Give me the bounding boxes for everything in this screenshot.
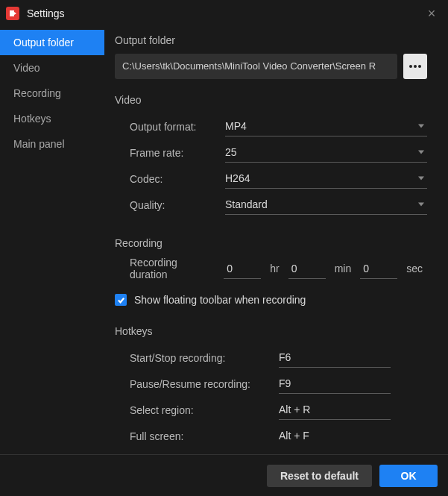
recording-header: Recording [115,237,427,249]
seconds-unit: sec [406,263,423,274]
sidebar: Output folder Video Recording Hotkeys Ma… [0,27,104,445]
title-bar: Settings × [0,0,448,27]
minutes-unit: min [335,263,352,274]
select-region-label: Select region: [130,404,279,416]
frame-rate-select[interactable]: 25 [225,143,427,163]
ellipsis-icon [409,65,421,68]
duration-seconds-input[interactable] [360,258,397,279]
window-title: Settings [27,7,421,19]
hotkeys-header: Hotkeys [115,325,427,337]
duration-hours-input[interactable] [224,258,261,279]
output-folder-header: Output folder [115,34,427,46]
quality-select[interactable]: Standard [225,195,427,215]
duration-minutes-input[interactable] [288,258,326,279]
select-region-hotkey[interactable]: Alt + R [279,401,391,420]
output-folder-path[interactable]: C:\Users\tk\Documents\MiniTool Video Con… [115,54,397,79]
reset-to-default-button[interactable]: Reset to default [267,465,372,487]
output-format-select[interactable]: MP4 [225,117,427,136]
close-button[interactable]: × [421,3,442,24]
codec-select[interactable]: H264 [225,169,427,189]
quality-label: Quality: [130,199,225,211]
full-screen-label: Full screen: [130,430,279,442]
pause-resume-hotkey[interactable]: F9 [279,374,391,394]
sidebar-item-video[interactable]: Video [0,55,104,81]
frame-rate-label: Frame rate: [130,147,225,159]
sidebar-item-recording[interactable]: Recording [0,81,104,106]
full-screen-hotkey[interactable]: Alt + F [279,427,391,445]
video-header: Video [115,94,427,106]
content-area: Output folder C:\Users\tk\Documents\Mini… [104,27,448,445]
sidebar-item-output-folder[interactable]: Output folder [0,30,104,55]
sidebar-item-hotkeys[interactable]: Hotkeys [0,106,104,131]
recording-duration-label: Recording duration [130,257,215,280]
codec-label: Codec: [130,173,225,185]
sidebar-item-main-panel[interactable]: Main panel [0,131,104,157]
show-floating-toolbar-label: Show floating toolbar when recording [134,294,306,306]
ok-button[interactable]: OK [379,465,438,487]
start-stop-label: Start/Stop recording: [130,352,279,364]
app-logo-icon [6,7,19,20]
hours-unit: hr [270,263,279,274]
output-format-label: Output format: [130,121,225,133]
start-stop-hotkey[interactable]: F6 [279,348,391,368]
browse-button[interactable] [403,54,427,79]
show-floating-toolbar-checkbox[interactable] [115,294,127,306]
footer: Reset to default OK [0,454,448,496]
pause-resume-label: Pause/Resume recording: [130,378,279,390]
